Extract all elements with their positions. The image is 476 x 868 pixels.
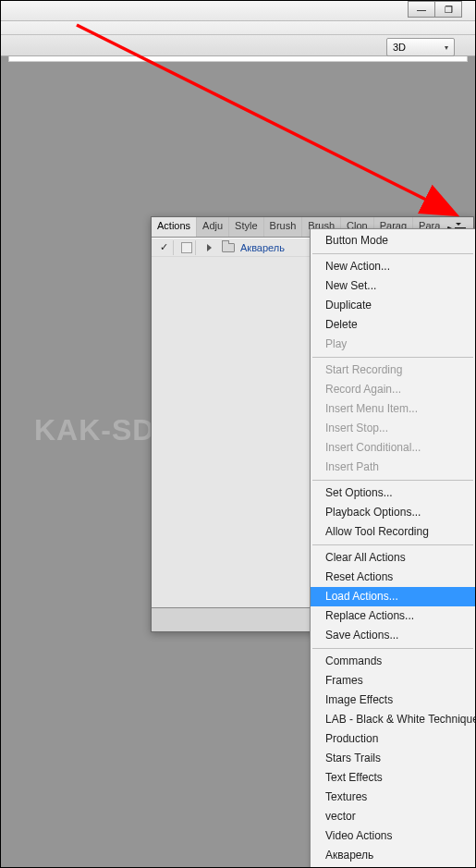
action-set-label: Акварель [238,242,285,253]
menu-item[interactable]: Production [311,729,475,749]
menu-separator [312,648,473,649]
menu-separator [312,544,473,545]
menu-item[interactable]: Replace Actions... [311,606,475,626]
maximize-button[interactable]: ❐ [434,1,462,18]
menu-item[interactable]: Reset Actions [311,568,475,587]
document-edge [8,56,468,62]
folder-icon [222,243,235,252]
menu-item[interactable]: Textures [311,788,475,807]
toggle-cell[interactable]: ✓ [155,240,174,255]
menu-item: Insert Path [311,458,475,477]
menu-item: Insert Menu Item... [311,399,475,419]
menu-separator [312,357,473,358]
chevron-down-icon: ▾ [445,43,448,52]
menu-item: Insert Stop... [311,419,475,438]
title-bar: — ❐ [1,1,475,21]
menu-item[interactable]: Clear All Actions [311,548,475,568]
menu-item[interactable]: Text Effects [311,768,475,788]
menu-item[interactable]: New Set... [311,276,475,296]
menu-item[interactable]: Duplicate [311,296,475,315]
minimize-button[interactable]: — [408,1,435,18]
menu-item: Record Again... [311,380,475,399]
menu-item[interactable]: Image Effects [311,691,475,710]
menu-item[interactable]: New Action... [311,257,475,276]
3d-dropdown-button[interactable]: 3D ▾ [386,38,455,56]
check-icon: ✓ [160,241,168,253]
menu-item[interactable]: Delete [311,315,475,335]
options-bar: 3D ▾ [1,21,475,56]
menu-separator [312,253,473,254]
panel-tab[interactable]: Adju [197,217,229,237]
menu-item[interactable]: Save Actions... [311,626,475,645]
actions-flyout-menu: Button ModeNew Action...New Set...Duplic… [310,228,476,868]
menu-item[interactable]: Allow Tool Recording [311,522,475,542]
expand-cell[interactable] [200,240,218,255]
menu-item[interactable]: Акварель [311,846,475,865]
divider [1,34,475,35]
menu-item: Start Recording [311,361,475,380]
panel-tab[interactable]: Actions [152,217,197,237]
empty-box-icon [181,242,192,253]
panel-tab[interactable]: Style [229,217,263,237]
menu-item[interactable]: LAB - Black & White Technique [311,710,475,729]
menu-item[interactable]: Commands [311,652,475,671]
window-controls: — ❐ [409,1,462,18]
menu-item[interactable]: Video Actions [311,826,475,846]
menu-item[interactable]: Stars Trails [311,749,475,768]
menu-item[interactable]: Button Mode [311,231,475,251]
3d-label: 3D [393,42,406,53]
menu-item[interactable]: Frames [311,671,475,691]
dialog-cell[interactable] [177,240,196,255]
menu-separator [312,480,473,481]
panel-tab[interactable]: Brush [264,217,303,237]
triangle-right-icon [207,244,212,251]
menu-item: Insert Conditional... [311,438,475,458]
menu-item[interactable]: Set Options... [311,483,475,503]
menu-item[interactable]: vector [311,807,475,826]
menu-item[interactable]: Load Actions... [311,587,475,606]
menu-item[interactable]: Playback Options... [311,503,475,522]
menu-item: Play [311,335,475,354]
